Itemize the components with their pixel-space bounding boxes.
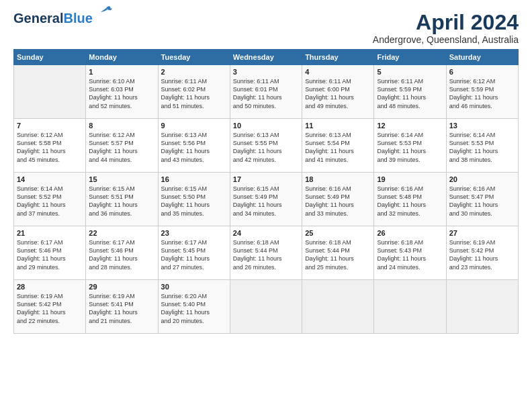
day-number: 1 (89, 68, 154, 76)
week-row-1: 1Sunrise: 6:10 AMSunset: 6:03 PMDaylight… (14, 65, 519, 119)
day-number: 29 (89, 283, 154, 291)
day-number: 8 (89, 122, 154, 130)
calendar-cell: 23Sunrise: 6:17 AMSunset: 5:45 PMDayligh… (158, 226, 230, 280)
day-number: 12 (377, 122, 443, 130)
day-number: 7 (17, 122, 83, 130)
logo: GeneralBlue (13, 11, 93, 26)
header-thursday: Thursday (302, 50, 374, 65)
calendar-cell: 16Sunrise: 6:15 AMSunset: 5:50 PMDayligh… (158, 173, 230, 226)
day-number: 15 (89, 175, 154, 183)
day-number: 26 (377, 229, 443, 237)
day-info: Sunrise: 6:10 AMSunset: 6:03 PMDaylight:… (89, 77, 154, 110)
day-info: Sunrise: 6:11 AMSunset: 6:02 PMDaylight:… (161, 77, 227, 110)
day-info: Sunrise: 6:12 AMSunset: 5:57 PMDaylight:… (89, 131, 154, 164)
logo-general: General (13, 11, 63, 26)
calendar-cell: 27Sunrise: 6:19 AMSunset: 5:42 PMDayligh… (446, 226, 518, 280)
day-info: Sunrise: 6:16 AMSunset: 5:48 PMDaylight:… (377, 185, 443, 218)
day-info: Sunrise: 6:16 AMSunset: 5:49 PMDaylight:… (305, 185, 371, 218)
day-number: 22 (89, 229, 154, 237)
calendar-cell: 25Sunrise: 6:18 AMSunset: 5:44 PMDayligh… (302, 226, 374, 280)
calendar-table: Sunday Monday Tuesday Wednesday Thursday… (13, 49, 519, 334)
calendar-header-row: Sunday Monday Tuesday Wednesday Thursday… (14, 50, 519, 65)
day-info: Sunrise: 6:12 AMSunset: 5:58 PMDaylight:… (17, 131, 83, 164)
calendar-cell: 12Sunrise: 6:14 AMSunset: 5:53 PMDayligh… (374, 119, 446, 173)
calendar-cell: 24Sunrise: 6:18 AMSunset: 5:44 PMDayligh… (230, 226, 302, 280)
calendar-cell (446, 280, 518, 334)
day-info: Sunrise: 6:20 AMSunset: 5:40 PMDaylight:… (161, 292, 227, 325)
calendar-cell: 11Sunrise: 6:13 AMSunset: 5:54 PMDayligh… (302, 119, 374, 173)
calendar-cell (374, 280, 446, 334)
calendar-cell: 1Sunrise: 6:10 AMSunset: 6:03 PMDaylight… (86, 65, 158, 119)
day-number: 6 (449, 68, 515, 76)
main-title: April 2024 (373, 11, 519, 34)
day-info: Sunrise: 6:19 AMSunset: 5:41 PMDaylight:… (89, 292, 154, 325)
day-info: Sunrise: 6:17 AMSunset: 5:46 PMDaylight:… (89, 238, 154, 271)
calendar-cell: 10Sunrise: 6:13 AMSunset: 5:55 PMDayligh… (230, 119, 302, 173)
day-number: 13 (449, 122, 515, 130)
day-info: Sunrise: 6:12 AMSunset: 5:59 PMDaylight:… (449, 77, 515, 110)
calendar-cell: 30Sunrise: 6:20 AMSunset: 5:40 PMDayligh… (158, 280, 230, 334)
day-info: Sunrise: 6:11 AMSunset: 5:59 PMDaylight:… (377, 77, 443, 110)
calendar-cell: 8Sunrise: 6:12 AMSunset: 5:57 PMDaylight… (86, 119, 158, 173)
calendar-cell: 15Sunrise: 6:15 AMSunset: 5:51 PMDayligh… (86, 173, 158, 226)
week-row-2: 7Sunrise: 6:12 AMSunset: 5:58 PMDaylight… (14, 119, 519, 173)
day-number: 9 (161, 122, 227, 130)
header: GeneralBlue April 2024 Andergrove, Queen… (13, 11, 519, 45)
day-number: 30 (161, 283, 227, 291)
day-number: 11 (305, 122, 371, 130)
title-block: April 2024 Andergrove, Queensland, Austr… (373, 11, 519, 45)
day-info: Sunrise: 6:19 AMSunset: 5:42 PMDaylight:… (449, 238, 515, 271)
calendar-cell: 6Sunrise: 6:12 AMSunset: 5:59 PMDaylight… (446, 65, 518, 119)
calendar-cell: 3Sunrise: 6:11 AMSunset: 6:01 PMDaylight… (230, 65, 302, 119)
day-number: 5 (377, 68, 443, 76)
calendar-cell: 7Sunrise: 6:12 AMSunset: 5:58 PMDaylight… (14, 119, 86, 173)
subtitle: Andergrove, Queensland, Australia (373, 34, 519, 45)
day-number: 23 (161, 229, 227, 237)
header-sunday: Sunday (14, 50, 86, 65)
day-number: 17 (233, 175, 299, 183)
calendar-cell: 14Sunrise: 6:14 AMSunset: 5:52 PMDayligh… (14, 173, 86, 226)
header-tuesday: Tuesday (158, 50, 230, 65)
calendar-cell: 2Sunrise: 6:11 AMSunset: 6:02 PMDaylight… (158, 65, 230, 119)
day-info: Sunrise: 6:15 AMSunset: 5:49 PMDaylight:… (233, 185, 299, 218)
day-number: 20 (449, 175, 515, 183)
calendar-cell (230, 280, 302, 334)
day-info: Sunrise: 6:18 AMSunset: 5:44 PMDaylight:… (233, 238, 299, 271)
day-number: 27 (449, 229, 515, 237)
calendar-cell (14, 65, 86, 119)
day-info: Sunrise: 6:17 AMSunset: 5:45 PMDaylight:… (161, 238, 227, 271)
day-info: Sunrise: 6:16 AMSunset: 5:47 PMDaylight:… (449, 185, 515, 218)
logo-blue: Blue (63, 11, 92, 26)
day-number: 25 (305, 229, 371, 237)
day-number: 18 (305, 175, 371, 183)
day-number: 10 (233, 122, 299, 130)
day-number: 28 (17, 283, 83, 291)
day-info: Sunrise: 6:13 AMSunset: 5:55 PMDaylight:… (233, 131, 299, 164)
day-info: Sunrise: 6:13 AMSunset: 5:54 PMDaylight:… (305, 131, 371, 164)
day-info: Sunrise: 6:17 AMSunset: 5:46 PMDaylight:… (17, 238, 83, 271)
day-number: 2 (161, 68, 227, 76)
day-number: 14 (17, 175, 83, 183)
calendar-cell: 28Sunrise: 6:19 AMSunset: 5:42 PMDayligh… (14, 280, 86, 334)
day-info: Sunrise: 6:11 AMSunset: 6:01 PMDaylight:… (233, 77, 299, 110)
day-number: 4 (305, 68, 371, 76)
day-info: Sunrise: 6:18 AMSunset: 5:43 PMDaylight:… (377, 238, 443, 271)
calendar-cell: 13Sunrise: 6:14 AMSunset: 5:53 PMDayligh… (446, 119, 518, 173)
calendar-cell: 18Sunrise: 6:16 AMSunset: 5:49 PMDayligh… (302, 173, 374, 226)
day-info: Sunrise: 6:18 AMSunset: 5:44 PMDaylight:… (305, 238, 371, 271)
calendar-cell: 9Sunrise: 6:13 AMSunset: 5:56 PMDaylight… (158, 119, 230, 173)
calendar-cell: 21Sunrise: 6:17 AMSunset: 5:46 PMDayligh… (14, 226, 86, 280)
header-wednesday: Wednesday (230, 50, 302, 65)
day-number: 19 (377, 175, 443, 183)
day-info: Sunrise: 6:11 AMSunset: 6:00 PMDaylight:… (305, 77, 371, 110)
page-container: GeneralBlue April 2024 Andergrove, Queen… (0, 0, 532, 340)
calendar-cell: 4Sunrise: 6:11 AMSunset: 6:00 PMDaylight… (302, 65, 374, 119)
week-row-5: 28Sunrise: 6:19 AMSunset: 5:42 PMDayligh… (14, 280, 519, 334)
calendar-cell: 22Sunrise: 6:17 AMSunset: 5:46 PMDayligh… (86, 226, 158, 280)
calendar-cell: 26Sunrise: 6:18 AMSunset: 5:43 PMDayligh… (374, 226, 446, 280)
day-number: 21 (17, 229, 83, 237)
day-number: 3 (233, 68, 299, 76)
calendar-cell: 20Sunrise: 6:16 AMSunset: 5:47 PMDayligh… (446, 173, 518, 226)
calendar-cell: 29Sunrise: 6:19 AMSunset: 5:41 PMDayligh… (86, 280, 158, 334)
day-info: Sunrise: 6:19 AMSunset: 5:42 PMDaylight:… (17, 292, 83, 325)
